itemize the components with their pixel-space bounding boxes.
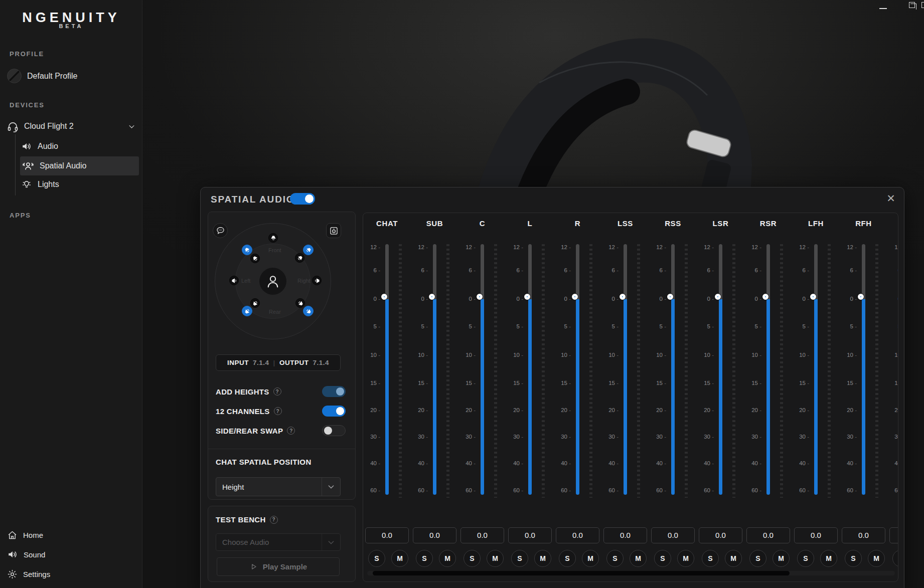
slider-thumb[interactable] xyxy=(620,294,626,300)
solo-button[interactable]: S xyxy=(368,550,385,567)
slider-track[interactable] xyxy=(433,244,436,495)
sidebar-item-spatial-audio[interactable]: Spatial Audio xyxy=(20,156,139,175)
channel-value-box[interactable]: 0.0 xyxy=(556,527,599,543)
solo-button[interactable]: S xyxy=(559,550,576,567)
slider-track[interactable] xyxy=(624,244,627,495)
channel-value-box[interactable]: 0.0 xyxy=(699,527,742,543)
mute-button[interactable]: M xyxy=(677,550,694,567)
channel-value-box[interactable]: 0.0 xyxy=(508,527,552,543)
solo-button[interactable]: S xyxy=(606,550,624,567)
spatial-audio-toggle[interactable] xyxy=(290,193,315,205)
help-icon[interactable]: ? xyxy=(287,427,295,435)
help-icon[interactable]: ? xyxy=(273,387,281,396)
channel-value-box[interactable]: 0.0 xyxy=(889,527,898,543)
sidebar-item-cloud-flight-2[interactable]: Cloud Flight 2 xyxy=(7,119,135,133)
window-restore-button[interactable] xyxy=(909,2,915,8)
channel-value-box[interactable]: 0.0 xyxy=(746,527,790,543)
mute-button[interactable]: M xyxy=(439,550,456,567)
mute-button[interactable]: M xyxy=(534,550,551,567)
channel-label: L xyxy=(506,219,554,228)
slider-thumb[interactable] xyxy=(477,294,483,300)
level-meter xyxy=(446,244,449,498)
sidebar-item-audio[interactable]: Audio xyxy=(21,139,138,153)
help-icon[interactable]: ? xyxy=(270,516,278,524)
solo-button[interactable]: S xyxy=(511,550,528,567)
help-icon[interactable]: ? xyxy=(274,407,282,415)
choose-audio-select[interactable]: Choose Audio xyxy=(216,533,341,551)
level-meter xyxy=(828,244,831,498)
sidebar-item-sound[interactable]: Sound xyxy=(7,547,135,561)
slider-track[interactable] xyxy=(385,244,389,495)
twelve-channels-toggle[interactable] xyxy=(322,406,346,417)
slider-thumb[interactable] xyxy=(715,294,721,300)
slider-thumb[interactable] xyxy=(667,294,673,300)
mute-button[interactable]: M xyxy=(582,550,599,567)
subwoofer-channel-button[interactable] xyxy=(326,223,341,238)
side-rear-swap-row: SIDE/REAR SWAP ? xyxy=(216,425,348,436)
sidebar-item-home[interactable]: Home xyxy=(7,528,135,542)
chevron-down-icon[interactable] xyxy=(128,123,135,130)
solo-button[interactable]: S xyxy=(845,550,862,567)
mute-button[interactable]: M xyxy=(391,550,408,567)
slider-thumb[interactable] xyxy=(810,294,816,300)
slider-track[interactable] xyxy=(766,244,770,495)
slider-track[interactable] xyxy=(862,244,865,495)
solo-button[interactable]: S xyxy=(797,550,814,567)
slider-thumb[interactable] xyxy=(572,294,578,300)
channel-value-box[interactable]: 0.0 xyxy=(460,527,504,543)
spatial-audio-panel: SPATIAL AUDIO ✕ Front Rear Left Rig xyxy=(200,187,904,588)
mute-button[interactable]: M xyxy=(725,550,742,567)
chevron-down-icon[interactable] xyxy=(322,534,340,550)
mute-button[interactable]: M xyxy=(630,550,647,567)
sidebar-item-settings[interactable]: Settings xyxy=(7,567,135,581)
slider-thumb[interactable] xyxy=(429,294,435,300)
slider-thumb[interactable] xyxy=(524,294,530,300)
speaker-icon xyxy=(21,141,32,152)
window-minimize-button[interactable] xyxy=(879,8,887,9)
side-rear-swap-label: SIDE/REAR SWAP xyxy=(216,427,283,435)
solo-button[interactable]: S xyxy=(416,550,433,567)
solo-button[interactable]: S xyxy=(892,550,898,567)
channel-value-box[interactable]: 0.0 xyxy=(794,527,838,543)
slider-track[interactable] xyxy=(576,244,579,495)
mute-button[interactable]: M xyxy=(773,550,790,567)
channel-value-box[interactable]: 0.0 xyxy=(413,527,456,543)
channel-slider: 12605101520304060 xyxy=(601,244,649,498)
slider-track[interactable] xyxy=(481,244,484,495)
channel-value-box[interactable]: 0.0 xyxy=(842,527,885,543)
play-sample-button[interactable]: Play Sample xyxy=(217,557,340,576)
chevron-down-icon[interactable] xyxy=(322,478,340,496)
window-close-button[interactable] xyxy=(921,2,924,8)
chat-spatial-position-select[interactable]: Height xyxy=(216,477,341,496)
channel-value-box[interactable]: 0.0 xyxy=(651,527,695,543)
slider-track[interactable] xyxy=(528,244,532,495)
scrollbar-thumb[interactable] xyxy=(373,571,790,575)
mute-button[interactable]: M xyxy=(487,550,504,567)
mixer-horizontal-scrollbar[interactable] xyxy=(367,571,895,575)
slider-track[interactable] xyxy=(814,244,818,495)
solo-button[interactable]: S xyxy=(749,550,766,567)
slider-thumb[interactable] xyxy=(381,294,387,300)
slider-thumb[interactable] xyxy=(762,294,768,300)
slider-track[interactable] xyxy=(719,244,722,495)
mute-button[interactable]: M xyxy=(820,550,837,567)
mute-button[interactable]: M xyxy=(868,550,885,567)
solo-button[interactable]: S xyxy=(464,550,481,567)
channel-value-box[interactable]: 0.0 xyxy=(365,527,409,543)
level-meter xyxy=(542,244,545,498)
slider-thumb[interactable] xyxy=(858,294,864,300)
chat-channel-button[interactable] xyxy=(213,223,228,238)
solo-button[interactable]: S xyxy=(654,550,671,567)
right-label: Right xyxy=(297,278,311,284)
speaker-node-front-right xyxy=(295,253,304,263)
channel-value-box[interactable]: 0.0 xyxy=(603,527,647,543)
slider-track[interactable] xyxy=(671,244,675,495)
level-meter xyxy=(399,244,402,498)
add-heights-toggle[interactable] xyxy=(322,386,346,397)
sidebar-item-lights[interactable]: Lights xyxy=(21,177,138,191)
close-icon[interactable]: ✕ xyxy=(884,191,898,206)
solo-button[interactable]: S xyxy=(702,550,719,567)
front-label: Front xyxy=(268,247,281,253)
sidebar-item-default-profile[interactable]: Default Profile xyxy=(7,69,135,83)
side-rear-swap-toggle[interactable] xyxy=(322,425,346,436)
